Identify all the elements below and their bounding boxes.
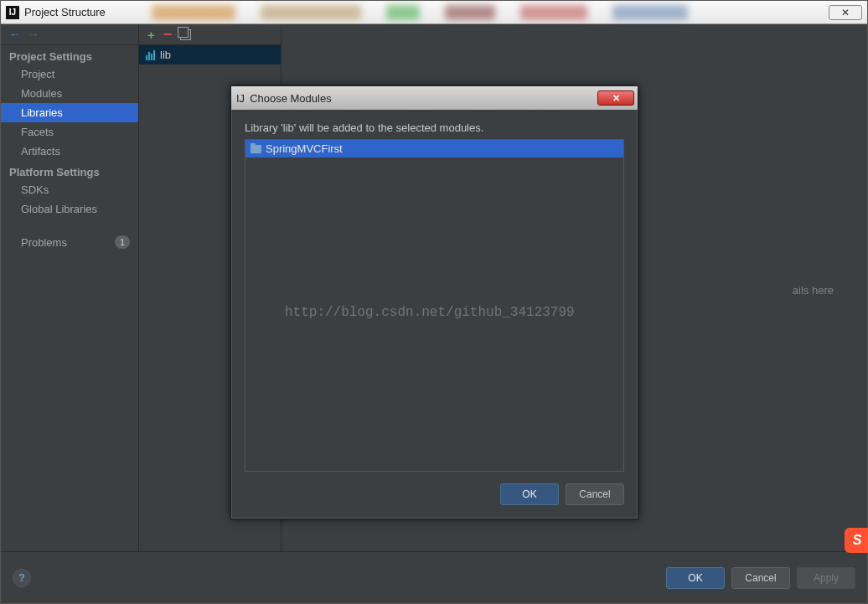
app-icon: IJ — [6, 6, 19, 19]
sidebar-item-global-libraries[interactable]: Global Libraries — [1, 199, 138, 219]
bottom-bar: ? OK Cancel Apply — [1, 551, 867, 603]
section-project-settings: Project Settings — [1, 45, 138, 65]
titlebar: IJ Project Structure ✕ — [1, 1, 867, 24]
sidebar-item-project[interactable]: Project — [1, 65, 138, 84]
dialog-cancel-button[interactable]: Cancel — [566, 483, 624, 505]
dialog-message: Library 'lib' will be added to the selec… — [245, 121, 624, 134]
copy-icon[interactable] — [180, 29, 191, 40]
sidebar-toolbar: ← → — [1, 24, 138, 45]
section-platform-settings: Platform Settings — [1, 161, 138, 180]
folder-icon — [251, 145, 261, 153]
choose-modules-dialog: IJ Choose Modules ✕ Library 'lib' will b… — [230, 85, 638, 519]
sidebar-item-artifacts[interactable]: Artifacts — [1, 142, 138, 161]
dialog-titlebar: IJ Choose Modules ✕ — [231, 86, 638, 110]
library-item-lib[interactable]: lib — [139, 45, 281, 65]
ok-button[interactable]: OK — [666, 567, 725, 589]
dialog-ok-button[interactable]: OK — [500, 483, 559, 505]
bottom-buttons: OK Cancel Apply — [666, 567, 855, 589]
dialog-title: Choose Modules — [250, 92, 332, 105]
sidebar-item-facets[interactable]: Facets — [1, 122, 138, 142]
help-icon[interactable]: ? — [13, 569, 31, 587]
window-close-button[interactable]: ✕ — [829, 5, 862, 20]
module-item-label: SpringMVCFirst — [266, 142, 343, 155]
details-placeholder: ails here — [793, 284, 834, 297]
library-item-label: lib — [160, 49, 171, 61]
background-blur — [143, 1, 817, 23]
module-list[interactable]: SpringMVCFirst — [245, 139, 624, 472]
add-icon[interactable]: + — [147, 28, 155, 42]
library-bars-icon — [146, 50, 155, 60]
remove-icon[interactable]: − — [163, 30, 173, 39]
problems-label: Problems — [21, 236, 67, 249]
sidebar-item-problems[interactable]: Problems 1 — [1, 232, 138, 252]
dialog-app-icon: IJ — [236, 92, 245, 105]
sidebar-item-libraries[interactable]: Libraries — [1, 103, 138, 122]
sidebar-item-sdks[interactable]: SDKs — [1, 180, 138, 199]
dialog-body: Library 'lib' will be added to the selec… — [231, 110, 638, 472]
dialog-close-button[interactable]: ✕ — [597, 90, 634, 106]
sidebar: ← → Project Settings Project Modules Lib… — [1, 24, 139, 551]
apply-button[interactable]: Apply — [797, 567, 855, 589]
dialog-buttons: OK Cancel — [231, 472, 638, 519]
back-icon[interactable]: ← — [9, 28, 21, 41]
library-toolbar: + − — [139, 24, 281, 45]
problems-count-badge: 1 — [115, 235, 130, 249]
forward-icon[interactable]: → — [28, 28, 39, 41]
cancel-button[interactable]: Cancel — [731, 567, 790, 589]
window-title: Project Structure — [24, 6, 106, 18]
module-item-springmvcfirst[interactable]: SpringMVCFirst — [245, 140, 623, 157]
ime-badge: S — [845, 528, 868, 553]
sidebar-item-modules[interactable]: Modules — [1, 84, 138, 103]
